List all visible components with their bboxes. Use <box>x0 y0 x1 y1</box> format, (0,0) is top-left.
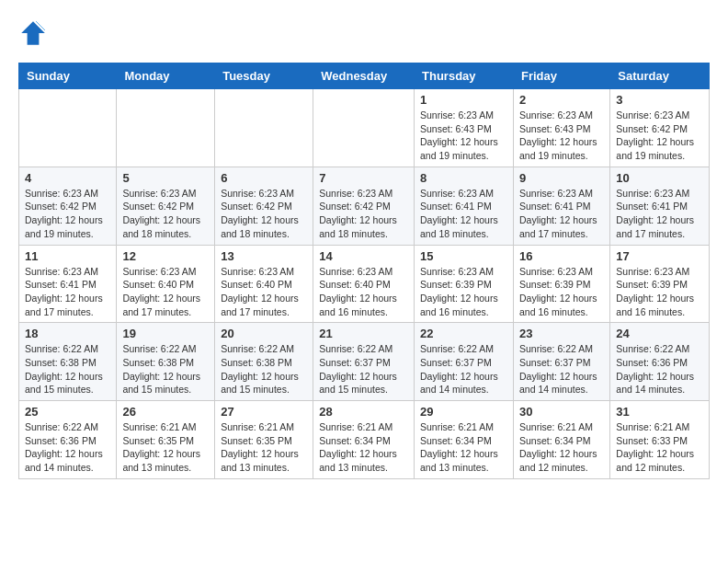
calendar-cell <box>117 89 215 167</box>
day-info: Sunrise: 6:22 AM Sunset: 6:36 PM Dayligh… <box>616 342 703 396</box>
calendar-cell: 23Sunrise: 6:22 AM Sunset: 6:37 PM Dayli… <box>513 323 609 401</box>
calendar-cell: 30Sunrise: 6:21 AM Sunset: 6:34 PM Dayli… <box>513 401 609 479</box>
calendar-cell <box>19 89 117 167</box>
calendar-week-row: 18Sunrise: 6:22 AM Sunset: 6:38 PM Dayli… <box>19 323 710 401</box>
day-number: 21 <box>319 327 408 340</box>
day-number: 28 <box>319 405 408 419</box>
col-header-tuesday: Tuesday <box>215 63 313 89</box>
day-info: Sunrise: 6:23 AM Sunset: 6:39 PM Dayligh… <box>519 265 604 319</box>
day-number: 3 <box>616 93 703 107</box>
day-info: Sunrise: 6:23 AM Sunset: 6:43 PM Dayligh… <box>420 109 507 163</box>
calendar-cell: 26Sunrise: 6:21 AM Sunset: 6:35 PM Dayli… <box>117 401 215 479</box>
day-info: Sunrise: 6:23 AM Sunset: 6:39 PM Dayligh… <box>616 265 703 319</box>
calendar-week-row: 25Sunrise: 6:22 AM Sunset: 6:36 PM Dayli… <box>19 401 710 479</box>
day-info: Sunrise: 6:21 AM Sunset: 6:34 PM Dayligh… <box>519 420 604 475</box>
day-info: Sunrise: 6:23 AM Sunset: 6:40 PM Dayligh… <box>221 265 307 319</box>
col-header-monday: Monday <box>117 63 215 89</box>
day-number: 10 <box>616 171 703 185</box>
day-number: 20 <box>221 327 307 340</box>
day-number: 1 <box>420 93 507 107</box>
calendar-week-row: 1Sunrise: 6:23 AM Sunset: 6:43 PM Daylig… <box>19 89 710 167</box>
day-number: 5 <box>122 171 209 185</box>
day-number: 6 <box>221 171 307 185</box>
day-number: 23 <box>519 327 604 340</box>
day-number: 14 <box>319 249 408 263</box>
day-number: 16 <box>519 249 604 263</box>
day-info: Sunrise: 6:22 AM Sunset: 6:38 PM Dayligh… <box>122 342 209 396</box>
day-info: Sunrise: 6:23 AM Sunset: 6:42 PM Dayligh… <box>616 109 703 163</box>
calendar-week-row: 11Sunrise: 6:23 AM Sunset: 6:41 PM Dayli… <box>19 245 710 323</box>
calendar-cell <box>215 89 313 167</box>
calendar-cell <box>313 89 415 167</box>
calendar-cell: 31Sunrise: 6:21 AM Sunset: 6:33 PM Dayli… <box>610 401 710 479</box>
calendar-cell: 11Sunrise: 6:23 AM Sunset: 6:41 PM Dayli… <box>19 245 117 323</box>
logo-icon <box>18 18 48 48</box>
day-info: Sunrise: 6:21 AM Sunset: 6:35 PM Dayligh… <box>122 420 209 475</box>
day-number: 12 <box>122 249 209 263</box>
day-info: Sunrise: 6:23 AM Sunset: 6:41 PM Dayligh… <box>420 187 507 241</box>
calendar-cell: 3Sunrise: 6:23 AM Sunset: 6:42 PM Daylig… <box>610 89 710 167</box>
day-number: 29 <box>420 405 507 419</box>
calendar-table: SundayMondayTuesdayWednesdayThursdayFrid… <box>18 63 710 479</box>
col-header-wednesday: Wednesday <box>313 63 415 89</box>
day-info: Sunrise: 6:23 AM Sunset: 6:40 PM Dayligh… <box>122 265 209 319</box>
calendar-cell: 19Sunrise: 6:22 AM Sunset: 6:38 PM Dayli… <box>117 323 215 401</box>
calendar-cell: 16Sunrise: 6:23 AM Sunset: 6:39 PM Dayli… <box>513 245 609 323</box>
calendar-cell: 1Sunrise: 6:23 AM Sunset: 6:43 PM Daylig… <box>415 89 514 167</box>
calendar-cell: 13Sunrise: 6:23 AM Sunset: 6:40 PM Dayli… <box>215 245 313 323</box>
calendar-cell: 20Sunrise: 6:22 AM Sunset: 6:38 PM Dayli… <box>215 323 313 401</box>
day-number: 8 <box>420 171 507 185</box>
day-number: 15 <box>420 249 507 263</box>
day-number: 7 <box>319 171 408 185</box>
day-info: Sunrise: 6:23 AM Sunset: 6:42 PM Dayligh… <box>221 187 307 241</box>
calendar-cell: 22Sunrise: 6:22 AM Sunset: 6:37 PM Dayli… <box>415 323 514 401</box>
day-number: 24 <box>616 327 703 340</box>
calendar-cell: 6Sunrise: 6:23 AM Sunset: 6:42 PM Daylig… <box>215 167 313 245</box>
day-info: Sunrise: 6:23 AM Sunset: 6:42 PM Dayligh… <box>122 187 209 241</box>
calendar-cell: 14Sunrise: 6:23 AM Sunset: 6:40 PM Dayli… <box>313 245 415 323</box>
calendar-cell: 9Sunrise: 6:23 AM Sunset: 6:41 PM Daylig… <box>513 167 609 245</box>
day-number: 17 <box>616 249 703 263</box>
col-header-thursday: Thursday <box>415 63 514 89</box>
day-info: Sunrise: 6:21 AM Sunset: 6:34 PM Dayligh… <box>319 420 408 475</box>
day-number: 19 <box>122 327 209 340</box>
day-info: Sunrise: 6:23 AM Sunset: 6:40 PM Dayligh… <box>319 265 408 319</box>
calendar-cell: 4Sunrise: 6:23 AM Sunset: 6:42 PM Daylig… <box>19 167 117 245</box>
calendar-cell: 15Sunrise: 6:23 AM Sunset: 6:39 PM Dayli… <box>415 245 514 323</box>
day-number: 31 <box>616 405 703 419</box>
calendar-cell: 27Sunrise: 6:21 AM Sunset: 6:35 PM Dayli… <box>215 401 313 479</box>
day-info: Sunrise: 6:22 AM Sunset: 6:37 PM Dayligh… <box>519 342 604 396</box>
page-header <box>18 18 710 48</box>
calendar-cell: 2Sunrise: 6:23 AM Sunset: 6:43 PM Daylig… <box>513 89 609 167</box>
day-info: Sunrise: 6:22 AM Sunset: 6:37 PM Dayligh… <box>319 342 408 396</box>
day-number: 22 <box>420 327 507 340</box>
logo <box>18 18 51 48</box>
day-number: 4 <box>25 171 110 185</box>
calendar-cell: 12Sunrise: 6:23 AM Sunset: 6:40 PM Dayli… <box>117 245 215 323</box>
day-number: 2 <box>519 93 604 107</box>
calendar-header-row: SundayMondayTuesdayWednesdayThursdayFrid… <box>19 63 710 89</box>
svg-marker-0 <box>21 21 45 45</box>
day-number: 11 <box>25 249 110 263</box>
day-number: 30 <box>519 405 604 419</box>
calendar-cell: 5Sunrise: 6:23 AM Sunset: 6:42 PM Daylig… <box>117 167 215 245</box>
calendar-cell: 8Sunrise: 6:23 AM Sunset: 6:41 PM Daylig… <box>415 167 514 245</box>
day-info: Sunrise: 6:23 AM Sunset: 6:43 PM Dayligh… <box>519 109 604 163</box>
day-info: Sunrise: 6:22 AM Sunset: 6:36 PM Dayligh… <box>25 420 110 475</box>
day-info: Sunrise: 6:23 AM Sunset: 6:41 PM Dayligh… <box>519 187 604 241</box>
day-info: Sunrise: 6:23 AM Sunset: 6:39 PM Dayligh… <box>420 265 507 319</box>
calendar-cell: 7Sunrise: 6:23 AM Sunset: 6:42 PM Daylig… <box>313 167 415 245</box>
day-info: Sunrise: 6:21 AM Sunset: 6:35 PM Dayligh… <box>221 420 307 475</box>
day-info: Sunrise: 6:23 AM Sunset: 6:42 PM Dayligh… <box>319 187 408 241</box>
day-info: Sunrise: 6:23 AM Sunset: 6:41 PM Dayligh… <box>25 265 110 319</box>
day-info: Sunrise: 6:22 AM Sunset: 6:38 PM Dayligh… <box>221 342 307 396</box>
col-header-sunday: Sunday <box>19 63 117 89</box>
calendar-cell: 29Sunrise: 6:21 AM Sunset: 6:34 PM Dayli… <box>415 401 514 479</box>
day-info: Sunrise: 6:23 AM Sunset: 6:41 PM Dayligh… <box>616 187 703 241</box>
calendar-week-row: 4Sunrise: 6:23 AM Sunset: 6:42 PM Daylig… <box>19 167 710 245</box>
day-info: Sunrise: 6:22 AM Sunset: 6:38 PM Dayligh… <box>25 342 110 396</box>
col-header-friday: Friday <box>513 63 609 89</box>
calendar-cell: 17Sunrise: 6:23 AM Sunset: 6:39 PM Dayli… <box>610 245 710 323</box>
day-info: Sunrise: 6:21 AM Sunset: 6:33 PM Dayligh… <box>616 420 703 475</box>
day-number: 25 <box>25 405 110 419</box>
